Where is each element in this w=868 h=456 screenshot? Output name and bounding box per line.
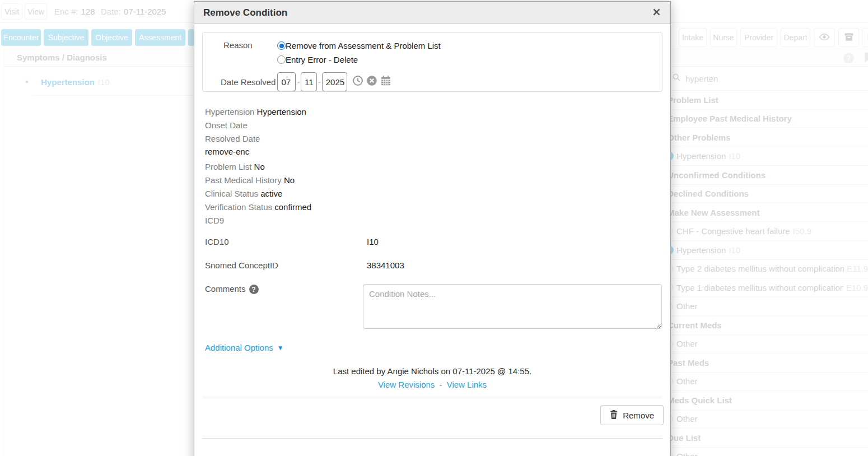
month-field[interactable]: [277, 72, 296, 91]
remove-button-label: Remove: [623, 411, 654, 420]
detail-row: Resolved Date: [205, 132, 670, 146]
detail-value: No: [284, 175, 295, 185]
additional-options-toggle[interactable]: Additional Options ▼: [205, 343, 670, 352]
comments-textarea[interactable]: [363, 284, 662, 329]
chevron-down-icon: ▼: [277, 344, 284, 352]
clear-date-icon[interactable]: [366, 75, 377, 89]
radio-option-remove[interactable]: Remove from Assessment & Problem List: [277, 39, 441, 53]
detail-label: Past Medical History: [205, 175, 284, 185]
remove-condition-modal: Remove Condition Reason Remove from Asse…: [194, 1, 671, 456]
revision-links: View Revisions - View Links: [194, 380, 670, 389]
snomed-value: 38341003: [363, 260, 404, 270]
year-field[interactable]: [322, 72, 347, 91]
detail-row: Clinical Status active: [205, 187, 670, 201]
date-separator: -: [297, 77, 300, 86]
reason-label: Reason: [223, 39, 277, 67]
detail-label: ICD9: [205, 216, 224, 225]
icd10-row: ICD10 I10: [205, 237, 670, 246]
close-button[interactable]: [650, 7, 662, 19]
reason-box: Reason Remove from Assessment & Problem …: [202, 32, 662, 92]
comments-help-icon[interactable]: ?: [249, 285, 259, 294]
reason-options: Remove from Assessment & Problem List En…: [277, 39, 441, 67]
detail-row: Past Medical History No: [205, 174, 670, 187]
remove-button[interactable]: Remove: [600, 405, 664, 425]
detail-label: Clinical Status: [205, 189, 260, 198]
detail-row: Verification Status confirmed: [205, 201, 670, 214]
condition-details: Hypertension Hypertension Onset Date Res…: [205, 105, 670, 227]
code-fields: ICD10 I10 Snomed ConceptID 38341003 Comm…: [205, 237, 670, 329]
modal-title: Remove Condition: [203, 7, 287, 18]
link-separator: -: [440, 380, 442, 389]
radio-selected-icon[interactable]: [277, 41, 286, 50]
snomed-row: Snomed ConceptID 38341003: [205, 260, 670, 270]
calendar-icon[interactable]: [380, 75, 391, 89]
view-revisions-link[interactable]: View Revisions: [378, 380, 435, 389]
radio-label: Entry Error - Delete: [286, 55, 358, 64]
date-resolved-label: Date Resolved: [221, 77, 276, 87]
detail-row: remove-enc: [205, 146, 670, 157]
radio-label: Remove from Assessment & Problem List: [286, 41, 441, 50]
modal-header: Remove Condition: [194, 2, 670, 24]
day-field[interactable]: [301, 72, 317, 91]
date-separator: -: [318, 77, 321, 86]
detail-value: active: [260, 189, 282, 198]
footer-divider-bottom: [202, 438, 662, 439]
date-resolved-row: Date Resolved - -: [221, 72, 662, 91]
detail-row: Hypertension Hypertension: [205, 105, 670, 119]
additional-options-label: Additional Options: [205, 343, 273, 352]
detail-row: ICD9: [205, 214, 670, 227]
screen: Visit View Enc #:128 Date:07-11-2025 Enc…: [0, 0, 868, 456]
last-edited-text: Last edited by Angie Nichols on 07-11-20…: [194, 366, 670, 376]
detail-value: Hypertension: [257, 107, 306, 117]
icd10-label: ICD10: [205, 237, 363, 246]
view-links-link[interactable]: View Links: [447, 380, 487, 389]
detail-label: Verification Status: [205, 202, 274, 212]
detail-value: confirmed: [274, 202, 311, 212]
detail-row: Problem List No: [205, 160, 670, 174]
detail-label: Hypertension: [205, 107, 257, 117]
clock-icon[interactable]: [352, 75, 363, 89]
detail-label: Problem List: [205, 162, 254, 171]
comments-row: Comments ?: [205, 284, 670, 329]
detail-value: No: [254, 162, 265, 171]
close-icon: [653, 8, 660, 18]
trash-icon: [610, 410, 618, 421]
footer-button-row: Remove: [194, 398, 670, 425]
icd10-value: I10: [363, 237, 379, 246]
radio-unselected-icon[interactable]: [277, 55, 286, 64]
detail-row: Onset Date: [205, 119, 670, 132]
detail-value: remove-enc: [205, 147, 249, 156]
detail-label: Onset Date: [205, 120, 248, 130]
detail-label: Resolved Date: [205, 134, 260, 143]
snomed-label: Snomed ConceptID: [205, 260, 363, 270]
radio-option-entry-error[interactable]: Entry Error - Delete: [277, 53, 441, 67]
comments-label: Comments: [205, 284, 246, 294]
